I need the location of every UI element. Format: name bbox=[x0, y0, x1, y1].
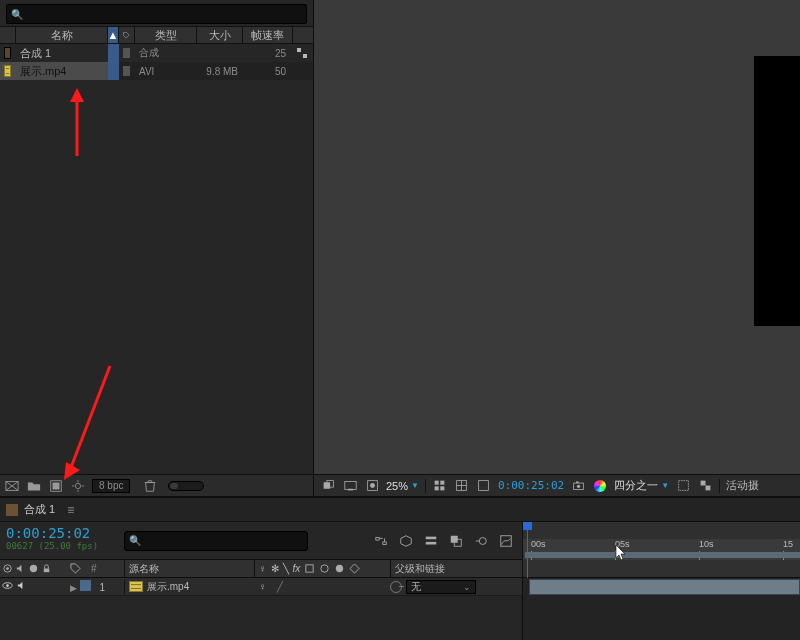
tracks-area[interactable] bbox=[523, 578, 800, 640]
col-size[interactable]: 大小 bbox=[197, 27, 243, 43]
video-switch-icon[interactable] bbox=[2, 563, 13, 574]
chevron-down-icon: ▼ bbox=[661, 481, 669, 490]
label-col-icon[interactable] bbox=[70, 563, 81, 574]
zoom-dropdown[interactable]: 25%▼ bbox=[386, 480, 419, 492]
svg-rect-13 bbox=[441, 486, 445, 490]
graph-editor-icon[interactable] bbox=[498, 533, 514, 549]
project-settings-icon[interactable] bbox=[70, 478, 86, 494]
comp-mini-flowchart-icon[interactable] bbox=[373, 533, 389, 549]
frame-blend-icon[interactable] bbox=[448, 533, 464, 549]
resolution-dropdown[interactable]: 四分之一▼ bbox=[614, 478, 669, 493]
lock-switch-icon[interactable] bbox=[41, 563, 52, 574]
item-fps: 25 bbox=[243, 44, 293, 62]
svg-rect-10 bbox=[435, 481, 439, 485]
col-name[interactable]: 名称 bbox=[16, 27, 108, 43]
zoom-value: 25% bbox=[386, 480, 408, 492]
layer-row[interactable]: ▶ 1 展示.mp4 ♀ ╱ bbox=[0, 578, 522, 596]
item-size bbox=[197, 44, 243, 62]
col-fps[interactable]: 帧速率 bbox=[243, 27, 293, 43]
channel-icon[interactable] bbox=[476, 478, 492, 494]
svg-rect-2 bbox=[53, 482, 60, 489]
timeline-search[interactable]: 🔍 bbox=[116, 522, 316, 559]
timeline-tools bbox=[316, 522, 522, 559]
svg-rect-7 bbox=[348, 489, 353, 491]
col-parent[interactable]: 父级和链接 bbox=[390, 560, 522, 577]
current-time[interactable]: 0:00:25:02 00627 (25.00 fps) bbox=[0, 522, 116, 559]
svg-rect-23 bbox=[426, 541, 437, 544]
comp-tab[interactable]: 合成 1 bbox=[24, 502, 55, 517]
video-icon bbox=[129, 581, 143, 592]
expand-chevron-icon[interactable]: ▶ bbox=[70, 583, 77, 593]
comp-icon bbox=[4, 47, 11, 59]
col-type[interactable]: 类型 bbox=[135, 27, 197, 43]
region-of-interest-icon[interactable] bbox=[675, 478, 691, 494]
svg-rect-22 bbox=[426, 536, 437, 539]
item-type: 合成 bbox=[135, 44, 197, 62]
audio-switch-icon[interactable] bbox=[15, 563, 26, 574]
new-comp-icon[interactable] bbox=[48, 478, 64, 494]
composition-canvas[interactable] bbox=[754, 56, 800, 326]
label-swatch[interactable] bbox=[123, 48, 130, 58]
timeline-right: 00s 05s 10s 15 bbox=[523, 522, 800, 640]
timeline-frameinfo: 00627 (25.00 fps) bbox=[6, 541, 110, 551]
always-preview-icon[interactable] bbox=[320, 478, 336, 494]
viewer-panel: 25%▼ 0:00:25:02 四分之一▼ 活动摄 bbox=[314, 0, 800, 496]
col-label[interactable] bbox=[119, 27, 135, 43]
svg-rect-31 bbox=[44, 569, 50, 573]
draft3d-icon[interactable] bbox=[398, 533, 414, 549]
track-header-spacer bbox=[523, 560, 800, 578]
motion-blur-icon[interactable] bbox=[473, 533, 489, 549]
project-search-input[interactable] bbox=[27, 6, 306, 22]
resolution-icon[interactable] bbox=[432, 478, 448, 494]
active-camera-label[interactable]: 活动摄 bbox=[726, 478, 759, 493]
pickwhip-icon[interactable] bbox=[390, 581, 402, 593]
svg-point-30 bbox=[30, 565, 37, 572]
project-search[interactable]: 🔍 bbox=[6, 4, 307, 24]
label-swatch[interactable] bbox=[123, 66, 130, 76]
interpret-footage-icon[interactable] bbox=[4, 478, 20, 494]
item-type: AVI bbox=[135, 62, 197, 80]
col-switches: ♀✻╲fx bbox=[254, 560, 390, 577]
mask-icon[interactable] bbox=[364, 478, 380, 494]
ruler-tick: 00s bbox=[531, 539, 546, 549]
work-area-bar[interactable] bbox=[525, 552, 800, 558]
svg-point-9 bbox=[370, 483, 375, 488]
flowchart-icon[interactable] bbox=[295, 48, 309, 58]
guides-icon[interactable] bbox=[454, 478, 470, 494]
layer-index: 1 bbox=[100, 582, 106, 593]
ruler-tick: 15 bbox=[783, 539, 793, 549]
bpc-button[interactable]: 8 bpc bbox=[92, 479, 130, 493]
layer-switch[interactable]: ♀ bbox=[259, 581, 267, 592]
chevron-down-icon: ⌄ bbox=[463, 582, 471, 592]
snapshot-icon[interactable] bbox=[570, 478, 586, 494]
svg-rect-11 bbox=[441, 481, 445, 485]
viewer-footer: 25%▼ 0:00:25:02 四分之一▼ 活动摄 bbox=[314, 474, 800, 496]
transparency-grid-icon[interactable] bbox=[342, 478, 358, 494]
timeline-search-input[interactable] bbox=[141, 534, 307, 548]
new-folder-icon[interactable] bbox=[26, 478, 42, 494]
project-item[interactable]: 展示.mp4 AVI 9.8 MB 50 bbox=[0, 62, 313, 80]
svg-rect-20 bbox=[700, 481, 705, 486]
svg-rect-18 bbox=[576, 481, 578, 483]
speaker-icon[interactable] bbox=[16, 580, 27, 591]
item-fps: 50 bbox=[243, 62, 293, 80]
col-source-name[interactable]: 源名称 bbox=[124, 560, 254, 577]
panel-menu-icon[interactable]: ≡ bbox=[67, 503, 74, 517]
project-item[interactable]: 合成 1 合成 25 bbox=[0, 44, 313, 62]
trash-icon[interactable] bbox=[142, 478, 158, 494]
timeline-left: 0:00:25:02 00627 (25.00 fps) 🔍 bbox=[0, 522, 523, 640]
item-name: 展示.mp4 bbox=[20, 64, 66, 79]
index-col: # bbox=[91, 563, 97, 574]
ruler-tick: 10s bbox=[699, 539, 714, 549]
time-ruler[interactable]: 00s 05s 10s 15 bbox=[523, 522, 800, 560]
eye-icon[interactable] bbox=[2, 580, 13, 591]
color-management-icon[interactable] bbox=[592, 478, 608, 494]
toggle-transparency-icon[interactable] bbox=[697, 478, 713, 494]
layer-clip[interactable] bbox=[529, 579, 800, 595]
sort-indicator[interactable]: ▲ bbox=[108, 27, 119, 43]
viewer-timecode[interactable]: 0:00:25:02 bbox=[498, 479, 564, 492]
layer-label-swatch[interactable] bbox=[80, 580, 91, 591]
parent-dropdown[interactable]: 无 ⌄ bbox=[406, 580, 476, 594]
solo-switch-icon[interactable] bbox=[28, 563, 39, 574]
hide-shy-icon[interactable] bbox=[423, 533, 439, 549]
